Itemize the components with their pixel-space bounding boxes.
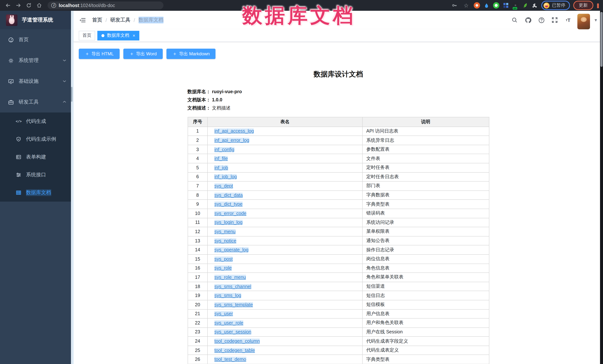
profile-paused-badge[interactable]: 已暂停: [541, 1, 570, 10]
table-icon: [16, 190, 22, 196]
table-desc-cell: 通知公告表: [362, 236, 489, 245]
sidebar-item-home[interactable]: 首页: [0, 29, 72, 50]
table-row: 18sys_sms_channel短信渠道: [188, 282, 489, 291]
fullscreen-icon[interactable]: [551, 16, 559, 24]
table-name-link[interactable]: sys_notice: [214, 238, 236, 243]
extension-check-icon[interactable]: ✓: [493, 2, 499, 9]
bookmark-star-icon[interactable]: ☆: [462, 1, 470, 10]
sidebar-item-codegen-example[interactable]: 代码生成示例: [0, 130, 72, 148]
sidebar-item-system-api[interactable]: 系统接口: [0, 166, 72, 184]
extension-grid-icon[interactable]: [503, 2, 509, 9]
tag-label: 首页: [82, 32, 91, 39]
extension-on-badge-icon[interactable]: on ≡: [512, 2, 519, 9]
sidebar-toggle-icon[interactable]: [79, 16, 86, 24]
export-html-label: 导出 HTML: [91, 51, 114, 57]
tables-overview-table: 序号 表名 说明 1inf_api_access_logAPI 访问日志表2in…: [187, 117, 489, 364]
gear-icon: [8, 57, 14, 64]
tag-close-icon[interactable]: ×: [133, 33, 135, 38]
table-name-link[interactable]: sys_operate_log: [214, 247, 248, 253]
user-menu-caret-icon[interactable]: ▼: [594, 18, 598, 22]
table-name-link[interactable]: sys_sms_template: [214, 302, 253, 307]
table-name-link[interactable]: inf_job_log: [214, 174, 237, 179]
extension-leaf-icon[interactable]: [522, 2, 528, 9]
table-name-link[interactable]: sys_menu: [214, 229, 236, 234]
table-name-link[interactable]: tool_codegen_table: [214, 348, 255, 353]
export-word-label: 导出 Word: [136, 51, 157, 57]
table-name-link[interactable]: sys_role_menu: [214, 275, 246, 280]
tag-home[interactable]: 首页: [79, 31, 95, 40]
row-number: 18: [188, 282, 208, 291]
table-name-link[interactable]: tool_codegen_column: [214, 339, 260, 344]
browser-update-button[interactable]: 更新: [573, 1, 593, 10]
table-name-link[interactable]: inf_config: [214, 147, 234, 152]
table-name-link[interactable]: inf_api_access_log: [214, 129, 254, 134]
browser-toolbar-right: ☆ ✓ on ≡ 已暂停 更新 ●●●: [451, 1, 600, 10]
extension-adblock-icon[interactable]: [474, 2, 480, 9]
browser-address-bar[interactable]: i localhost:1024/tool/db-doc: [47, 1, 163, 9]
row-number: 6: [188, 172, 208, 181]
viewport: 数据库文档 i localhost:1024/tool/db-doc ☆: [0, 0, 603, 364]
breadcrumb-home[interactable]: 首页: [92, 17, 102, 23]
browser-reload-icon[interactable]: [24, 1, 33, 10]
row-number: 20: [188, 300, 208, 309]
table-name-link[interactable]: sys_user_role: [214, 320, 243, 326]
table-name-link[interactable]: sys_error_code: [214, 211, 246, 216]
app-logo-row[interactable]: 芋道管理系统: [0, 11, 72, 29]
breadcrumb-devtools[interactable]: 研发工具: [110, 17, 130, 23]
browser-back-icon[interactable]: [4, 1, 12, 10]
table-name-link[interactable]: sys_dict_type: [214, 202, 243, 207]
sidebar-item-system[interactable]: 系统管理: [0, 50, 72, 71]
page-scrollbar-thumb[interactable]: [600, 12, 603, 67]
search-icon[interactable]: [510, 16, 519, 24]
export-html-button[interactable]: ＋ 导出 HTML: [79, 49, 120, 59]
table-name-link[interactable]: sys_role: [214, 266, 232, 271]
table-name-cell: sys_operate_log: [208, 245, 362, 254]
sidebar-item-form-builder[interactable]: 表单构建: [0, 148, 72, 166]
chevron-down-icon: [62, 58, 67, 63]
table-name-link[interactable]: sys_login_log: [214, 220, 243, 225]
password-key-icon[interactable]: [451, 1, 459, 10]
url-path: :1024/tool/db-doc: [79, 3, 115, 8]
table-row: 7sys_dept部门表: [188, 181, 489, 190]
table-desc-cell: 短信日志: [362, 291, 489, 300]
docs-question-icon[interactable]: [537, 16, 545, 24]
sidebar-item-codegen[interactable]: </> 代码生成: [0, 112, 72, 130]
table-name-link[interactable]: sys_dict_data: [214, 192, 243, 198]
github-icon[interactable]: [524, 16, 532, 24]
table-name-link[interactable]: inf_api_error_log: [214, 138, 249, 143]
browser-home-icon[interactable]: [35, 1, 43, 10]
table-name-cell: sys_sms_log: [208, 291, 362, 300]
extension-drop-icon[interactable]: [483, 2, 490, 9]
table-name-link[interactable]: inf_job: [214, 165, 228, 170]
browser-menu-icon[interactable]: ●●●: [597, 3, 600, 8]
tag-db-doc[interactable]: 数据库文档 ×: [97, 31, 139, 40]
page-scrollbar[interactable]: [600, 11, 603, 364]
sidebar-scrollbar[interactable]: [71, 11, 72, 364]
sidebar-item-db-doc[interactable]: 数据库文档: [0, 184, 72, 202]
user-avatar[interactable]: [577, 14, 590, 29]
table-name-link[interactable]: sys_post: [214, 256, 233, 262]
table-name-link[interactable]: sys_sms_log: [214, 293, 241, 298]
browser-forward-icon[interactable]: [14, 1, 22, 10]
table-name-link[interactable]: sys_sms_channel: [214, 284, 251, 289]
plus-icon: ＋: [85, 51, 90, 57]
table-name-link[interactable]: sys_user: [214, 311, 233, 317]
col-header-desc: 说明: [362, 117, 489, 127]
export-word-button[interactable]: ＋ 导出 Word: [123, 49, 163, 59]
row-number: 25: [188, 346, 208, 355]
font-size-icon[interactable]: тT: [564, 16, 572, 24]
table-name-link[interactable]: inf_file: [214, 156, 228, 161]
export-markdown-label: 导出 Markdown: [179, 51, 210, 57]
table-name-link[interactable]: sys_user_session: [214, 330, 251, 335]
extensions-puzzle-icon[interactable]: [532, 2, 538, 9]
table-name-cell: inf_api_access_log: [208, 127, 362, 136]
table-name-link[interactable]: sys_dept: [214, 183, 233, 188]
export-markdown-button[interactable]: ＋ 导出 Markdown: [166, 49, 216, 59]
table-name-cell: tool_codegen_table: [208, 346, 362, 355]
sidebar-item-devtools[interactable]: 研发工具: [0, 92, 72, 112]
table-name-link[interactable]: tool_test_demo: [214, 357, 246, 362]
site-info-icon[interactable]: i: [51, 3, 56, 8]
sidebar-item-infra[interactable]: 基础设施: [0, 71, 72, 92]
row-number: 1: [188, 127, 208, 136]
table-header-row: 序号 表名 说明: [188, 117, 489, 127]
